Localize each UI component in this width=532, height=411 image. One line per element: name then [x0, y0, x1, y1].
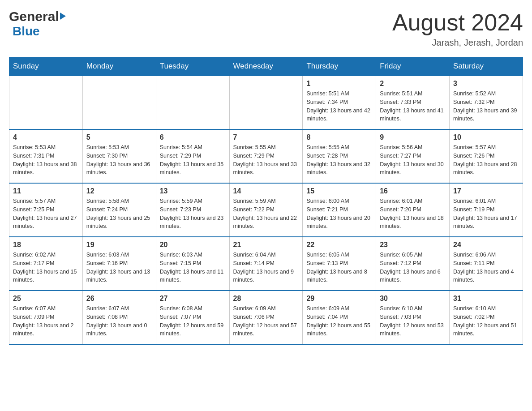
- calendar-cell: 15Sunrise: 6:00 AMSunset: 7:21 PMDayligh…: [303, 183, 376, 237]
- calendar-cell: 3Sunrise: 5:52 AMSunset: 7:32 PMDaylight…: [450, 76, 523, 129]
- day-number: 16: [380, 187, 446, 195]
- day-number: 25: [13, 295, 79, 303]
- calendar-week-row: 11Sunrise: 5:57 AMSunset: 7:25 PMDayligh…: [9, 183, 523, 237]
- day-info: Sunrise: 6:09 AMSunset: 7:04 PMDaylight:…: [306, 304, 372, 338]
- logo: General Blue: [9, 9, 66, 39]
- day-number: 10: [453, 133, 519, 141]
- day-info: Sunrise: 6:04 AMSunset: 7:14 PMDaylight:…: [233, 251, 299, 284]
- calendar-cell: 26Sunrise: 6:07 AMSunset: 7:08 PMDayligh…: [82, 291, 156, 344]
- day-info: Sunrise: 6:07 AMSunset: 7:09 PMDaylight:…: [13, 304, 79, 338]
- calendar-cell: 29Sunrise: 6:09 AMSunset: 7:04 PMDayligh…: [303, 291, 376, 344]
- day-info: Sunrise: 5:56 AMSunset: 7:27 PMDaylight:…: [380, 143, 446, 177]
- calendar-cell: 17Sunrise: 6:01 AMSunset: 7:19 PMDayligh…: [450, 183, 523, 237]
- day-number: 28: [233, 295, 299, 303]
- day-info: Sunrise: 5:51 AMSunset: 7:34 PMDaylight:…: [306, 90, 372, 123]
- day-info: Sunrise: 6:05 AMSunset: 7:13 PMDaylight:…: [306, 251, 372, 284]
- day-number: 31: [453, 295, 519, 303]
- day-number: 15: [306, 187, 372, 195]
- day-info: Sunrise: 6:03 AMSunset: 7:15 PMDaylight:…: [160, 251, 226, 284]
- month-title: August 2024: [392, 9, 523, 36]
- day-number: 14: [233, 187, 299, 195]
- day-number: 27: [160, 295, 226, 303]
- day-info: Sunrise: 5:52 AMSunset: 7:32 PMDaylight:…: [453, 90, 519, 123]
- day-info: Sunrise: 5:55 AMSunset: 7:28 PMDaylight:…: [306, 143, 372, 177]
- day-number: 26: [86, 295, 152, 303]
- calendar-cell: 30Sunrise: 6:10 AMSunset: 7:03 PMDayligh…: [376, 291, 450, 344]
- day-info: Sunrise: 6:08 AMSunset: 7:07 PMDaylight:…: [160, 304, 226, 338]
- day-number: 19: [86, 241, 152, 249]
- day-info: Sunrise: 5:53 AMSunset: 7:30 PMDaylight:…: [86, 143, 152, 177]
- day-number: 21: [233, 241, 299, 249]
- day-info: Sunrise: 6:10 AMSunset: 7:02 PMDaylight:…: [453, 304, 519, 338]
- day-of-week-header: Saturday: [450, 57, 523, 76]
- day-number: 30: [380, 295, 446, 303]
- day-of-week-header: Thursday: [303, 57, 376, 76]
- calendar-cell: 19Sunrise: 6:03 AMSunset: 7:16 PMDayligh…: [82, 237, 156, 291]
- day-of-week-header: Tuesday: [156, 57, 229, 76]
- day-number: 5: [86, 133, 152, 141]
- day-number: 24: [453, 241, 519, 249]
- day-number: 1: [306, 80, 372, 88]
- title-area: August 2024 Jarash, Jerash, Jordan: [392, 9, 523, 48]
- day-number: 23: [380, 241, 446, 249]
- day-info: Sunrise: 5:59 AMSunset: 7:23 PMDaylight:…: [160, 197, 226, 231]
- calendar-cell: [9, 76, 83, 129]
- day-info: Sunrise: 6:05 AMSunset: 7:12 PMDaylight:…: [380, 251, 446, 284]
- calendar-cell: 8Sunrise: 5:55 AMSunset: 7:28 PMDaylight…: [303, 129, 376, 183]
- day-info: Sunrise: 5:51 AMSunset: 7:33 PMDaylight:…: [380, 90, 446, 123]
- day-number: 29: [306, 295, 372, 303]
- day-info: Sunrise: 6:03 AMSunset: 7:16 PMDaylight:…: [86, 251, 152, 284]
- calendar-cell: 11Sunrise: 5:57 AMSunset: 7:25 PMDayligh…: [9, 183, 83, 237]
- calendar-week-row: 4Sunrise: 5:53 AMSunset: 7:31 PMDaylight…: [9, 129, 523, 183]
- logo-arrow-icon: [60, 13, 66, 20]
- day-number: 12: [86, 187, 152, 195]
- calendar-cell: 31Sunrise: 6:10 AMSunset: 7:02 PMDayligh…: [450, 291, 523, 344]
- calendar-cell: 5Sunrise: 5:53 AMSunset: 7:30 PMDaylight…: [82, 129, 156, 183]
- calendar-cell: 27Sunrise: 6:08 AMSunset: 7:07 PMDayligh…: [156, 291, 229, 344]
- calendar-cell: 9Sunrise: 5:56 AMSunset: 7:27 PMDaylight…: [376, 129, 450, 183]
- day-info: Sunrise: 6:10 AMSunset: 7:03 PMDaylight:…: [380, 304, 446, 338]
- calendar-week-row: 1Sunrise: 5:51 AMSunset: 7:34 PMDaylight…: [9, 76, 523, 129]
- day-info: Sunrise: 6:01 AMSunset: 7:20 PMDaylight:…: [380, 197, 446, 231]
- day-info: Sunrise: 6:02 AMSunset: 7:17 PMDaylight:…: [13, 251, 79, 284]
- calendar-cell: 24Sunrise: 6:06 AMSunset: 7:11 PMDayligh…: [450, 237, 523, 291]
- day-number: 8: [306, 133, 372, 141]
- calendar-cell: 14Sunrise: 5:59 AMSunset: 7:22 PMDayligh…: [229, 183, 303, 237]
- calendar-cell: 10Sunrise: 5:57 AMSunset: 7:26 PMDayligh…: [450, 129, 523, 183]
- calendar-week-row: 18Sunrise: 6:02 AMSunset: 7:17 PMDayligh…: [9, 237, 523, 291]
- calendar-cell: 28Sunrise: 6:09 AMSunset: 7:06 PMDayligh…: [229, 291, 303, 344]
- calendar-cell: 23Sunrise: 6:05 AMSunset: 7:12 PMDayligh…: [376, 237, 450, 291]
- calendar-cell: [82, 76, 156, 129]
- day-number: 2: [380, 80, 446, 88]
- day-of-week-header: Sunday: [9, 57, 83, 76]
- calendar-table: SundayMondayTuesdayWednesdayThursdayFrid…: [9, 57, 523, 345]
- calendar-cell: 18Sunrise: 6:02 AMSunset: 7:17 PMDayligh…: [9, 237, 83, 291]
- calendar-cell: 4Sunrise: 5:53 AMSunset: 7:31 PMDaylight…: [9, 129, 83, 183]
- day-number: 18: [13, 241, 79, 249]
- calendar-cell: 1Sunrise: 5:51 AMSunset: 7:34 PMDaylight…: [303, 76, 376, 129]
- day-number: 22: [306, 241, 372, 249]
- day-number: 7: [233, 133, 299, 141]
- day-info: Sunrise: 6:07 AMSunset: 7:08 PMDaylight:…: [86, 304, 152, 338]
- day-number: 20: [160, 241, 226, 249]
- day-number: 6: [160, 133, 226, 141]
- day-number: 3: [453, 80, 519, 88]
- day-info: Sunrise: 5:53 AMSunset: 7:31 PMDaylight:…: [13, 143, 79, 177]
- day-info: Sunrise: 5:57 AMSunset: 7:26 PMDaylight:…: [453, 143, 519, 177]
- day-info: Sunrise: 5:55 AMSunset: 7:29 PMDaylight:…: [233, 143, 299, 177]
- logo-general-text: General: [9, 9, 59, 24]
- calendar-cell: [156, 76, 229, 129]
- day-info: Sunrise: 5:58 AMSunset: 7:24 PMDaylight:…: [86, 197, 152, 231]
- calendar-cell: 2Sunrise: 5:51 AMSunset: 7:33 PMDaylight…: [376, 76, 450, 129]
- day-info: Sunrise: 6:09 AMSunset: 7:06 PMDaylight:…: [233, 304, 299, 338]
- calendar-cell: [229, 76, 303, 129]
- calendar-cell: 16Sunrise: 6:01 AMSunset: 7:20 PMDayligh…: [376, 183, 450, 237]
- day-info: Sunrise: 5:59 AMSunset: 7:22 PMDaylight:…: [233, 197, 299, 231]
- day-info: Sunrise: 6:06 AMSunset: 7:11 PMDaylight:…: [453, 251, 519, 284]
- day-info: Sunrise: 5:57 AMSunset: 7:25 PMDaylight:…: [13, 197, 79, 231]
- day-number: 11: [13, 187, 79, 195]
- day-info: Sunrise: 6:00 AMSunset: 7:21 PMDaylight:…: [306, 197, 372, 231]
- calendar-cell: 7Sunrise: 5:55 AMSunset: 7:29 PMDaylight…: [229, 129, 303, 183]
- calendar-cell: 20Sunrise: 6:03 AMSunset: 7:15 PMDayligh…: [156, 237, 229, 291]
- day-number: 13: [160, 187, 226, 195]
